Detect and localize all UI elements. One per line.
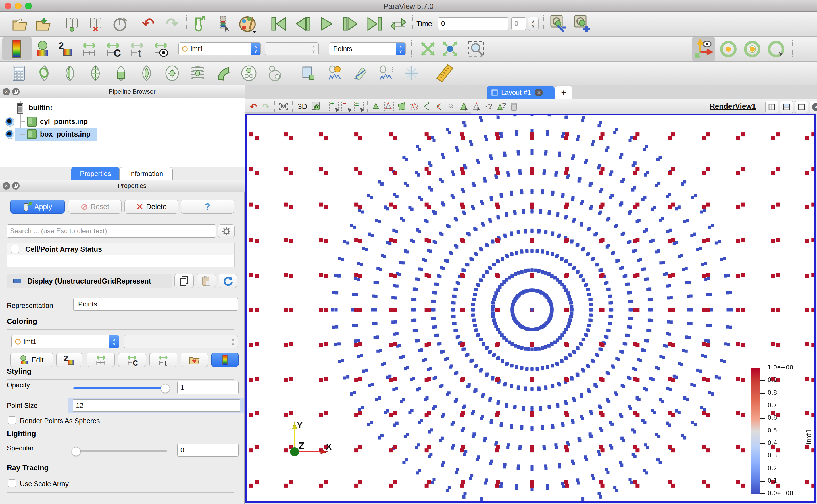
reset-camera-button[interactable] — [418, 39, 438, 58]
rotate-about-crosshair-button[interactable] — [742, 40, 763, 58]
first-frame-button[interactable] — [268, 15, 290, 33]
rescale-visible-range-button[interactable]: t — [128, 39, 146, 58]
edit-color-map-button[interactable] — [33, 39, 52, 58]
hover-points-query-button[interactable]: ? — [496, 101, 507, 112]
glyph-filter-button[interactable] — [163, 65, 181, 81]
stream-tracer-filter-button[interactable] — [189, 65, 206, 81]
point-size-input[interactable] — [73, 399, 240, 412]
close-layout-tab-button[interactable]: ✕ — [535, 89, 543, 96]
edit-color-map-button-panel[interactable]: Edit — [10, 353, 53, 367]
maximize-view-button[interactable] — [795, 101, 808, 113]
last-frame-button[interactable] — [364, 15, 385, 33]
array-status-list[interactable] — [7, 255, 235, 267]
layout-tab[interactable]: Layout #1 ✕ — [487, 86, 554, 99]
array-status-checkbox[interactable] — [11, 245, 19, 253]
interactive-select-points-button[interactable] — [458, 101, 470, 112]
help-button[interactable]: ? — [181, 199, 234, 214]
interactive-select-cells-button[interactable] — [446, 101, 457, 112]
clear-selection-button[interactable] — [508, 101, 519, 112]
camera-redo-button[interactable]: ↷ — [260, 101, 272, 112]
disconnect-server-button[interactable] — [87, 16, 105, 33]
rotate-about-center-button[interactable] — [718, 40, 739, 58]
freeze-selection-button[interactable] — [403, 65, 420, 81]
zoom-to-box-button[interactable] — [466, 39, 486, 58]
pipeline-tree[interactable]: builtin: cyl_points.inp box_points.inp — [0, 98, 245, 167]
split-vertical-button[interactable] — [780, 101, 793, 113]
select-block-button[interactable] — [421, 101, 432, 112]
coloring-component-combo[interactable]: ∧∨ — [124, 335, 238, 348]
play-button[interactable] — [316, 15, 338, 33]
color-palette-button[interactable] — [238, 14, 259, 34]
copy-display-button[interactable] — [174, 274, 194, 288]
pipeline-item-box-points[interactable]: box_points.inp — [0, 128, 245, 141]
contour-filter-button[interactable] — [36, 65, 53, 81]
rescale-temporal-range-button[interactable]: C — [104, 39, 122, 58]
choose-preset-button[interactable] — [181, 353, 208, 367]
search-input[interactable] — [7, 224, 216, 238]
clip-filter-button[interactable] — [61, 65, 78, 81]
undo-button[interactable]: ↶ — [139, 14, 157, 33]
open-file-button[interactable] — [11, 16, 29, 33]
redo-button[interactable]: ↷ — [163, 14, 181, 33]
select-points-on-button[interactable]: − — [341, 101, 352, 112]
extract-subset-filter-button[interactable] — [138, 65, 155, 81]
warp-filter-button[interactable] — [215, 65, 232, 81]
color-array-combo[interactable]: imt1 ∧∨ — [178, 42, 261, 55]
visibility-eye-icon[interactable] — [5, 130, 14, 139]
render-view[interactable]: 1.0e+00 0.9 0.8 0.7 0.6 0.5 0.4 0.3 0.2 … — [246, 114, 816, 503]
add-camera-link-button[interactable] — [571, 14, 591, 33]
select-cells-on-button[interactable]: + — [328, 101, 340, 112]
reset-session-button[interactable] — [111, 16, 129, 33]
undock-panel-button[interactable] — [12, 182, 20, 190]
opacity-slider-track[interactable] — [73, 387, 167, 389]
specular-slider-handle[interactable] — [72, 447, 81, 456]
select-blocks-button[interactable] — [433, 101, 445, 112]
visibility-eye-icon[interactable] — [5, 117, 14, 127]
group-datasets-filter-button[interactable] — [240, 65, 257, 81]
previous-frame-button[interactable] — [292, 15, 314, 33]
capture-screenshot-button[interactable] — [278, 101, 289, 112]
paste-display-button[interactable] — [196, 274, 216, 288]
search-options-button[interactable] — [218, 224, 235, 238]
calculator-filter-button[interactable] — [10, 65, 27, 81]
opacity-input[interactable] — [177, 381, 239, 394]
apply-button[interactable]: Apply — [10, 199, 65, 214]
opacity-slider-handle[interactable] — [161, 384, 170, 393]
rescale-to-data-range-button[interactable]: 2 — [56, 39, 74, 58]
ruler-measure-button[interactable] — [436, 64, 454, 83]
select-points-polygon-button[interactable] — [408, 101, 420, 112]
select-cells-rect-button[interactable] — [371, 101, 382, 112]
rescale-data-range-button-panel[interactable]: 2 — [56, 353, 82, 367]
render-points-as-spheres-checkbox[interactable] — [8, 416, 16, 424]
rescale-visible-button-panel[interactable]: t — [149, 353, 177, 367]
slice-filter-button[interactable] — [87, 65, 104, 81]
adjust-camera-view-button[interactable] — [311, 101, 322, 112]
view-chart-button[interactable] — [326, 65, 343, 81]
rescale-custom-button-panel[interactable] — [87, 353, 115, 367]
time-index-input[interactable] — [511, 17, 526, 30]
toggle-orientation-axes-button[interactable] — [693, 39, 714, 59]
tab-properties[interactable]: Properties — [71, 167, 120, 180]
close-view-button[interactable]: ✕ — [810, 101, 817, 113]
undock-panel-button[interactable] — [12, 88, 20, 95]
coloring-array-combo[interactable]: imt1 ∧∨ — [11, 335, 119, 348]
show-color-legend-toggle[interactable] — [212, 353, 239, 367]
toolbar-scroll-hint[interactable] — [246, 112, 471, 114]
specular-input[interactable] — [177, 444, 239, 457]
extract-level-filter-button[interactable] — [266, 65, 283, 81]
close-panel-button[interactable]: ✕ — [3, 88, 10, 95]
split-horizontal-button[interactable] — [765, 101, 778, 113]
camera-undo-button[interactable]: ↶ — [248, 101, 259, 112]
select-cells-polygon-button[interactable] — [396, 101, 407, 112]
split-view-spreadsheet-button[interactable] — [301, 65, 318, 81]
reload-display-button[interactable] — [219, 274, 237, 288]
save-data-button[interactable] — [34, 16, 52, 33]
rescale-visible-eye-button[interactable] — [152, 39, 170, 58]
threshold-filter-button[interactable] — [112, 65, 129, 81]
time-value-input[interactable] — [438, 17, 508, 30]
toggle-color-legend-button[interactable] — [10, 39, 23, 58]
use-scale-array-checkbox[interactable] — [8, 479, 16, 487]
next-frame-button[interactable] — [340, 15, 361, 33]
delete-button[interactable]: ✕ Delete — [124, 199, 178, 214]
color-legend-bar[interactable] — [751, 368, 760, 494]
